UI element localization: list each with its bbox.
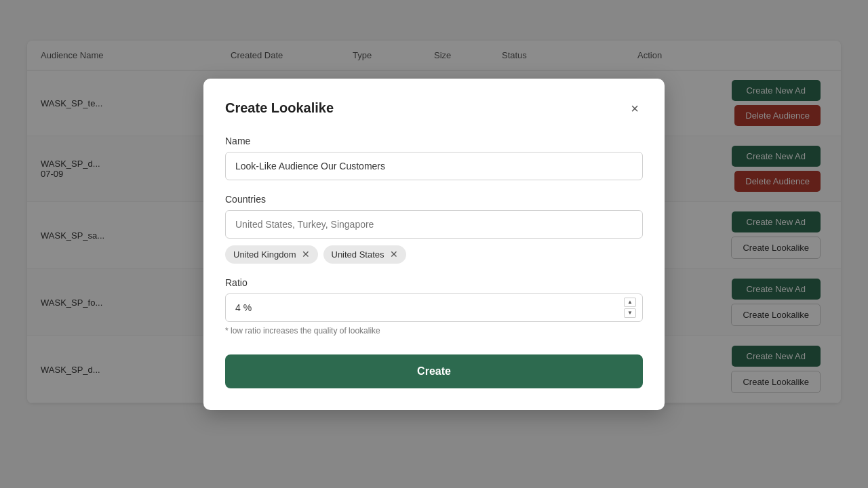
- name-input[interactable]: [225, 152, 643, 180]
- countries-field-group: Countries United Kingdom ✕ United States…: [225, 194, 643, 264]
- create-lookalike-modal: Create Lookalike × Name Countries United…: [203, 79, 665, 410]
- ratio-label: Ratio: [225, 277, 643, 288]
- country-tag-uk: United Kingdom ✕: [225, 245, 318, 264]
- country-tags: United Kingdom ✕ United States ✕: [225, 245, 643, 264]
- remove-tag-us-button[interactable]: ✕: [390, 249, 398, 259]
- ratio-decrement-button[interactable]: ▼: [624, 308, 636, 318]
- tag-label-uk: United Kingdom: [233, 249, 296, 260]
- country-tag-us: United States ✕: [323, 245, 406, 264]
- modal-overlay[interactable]: Create Lookalike × Name Countries United…: [0, 0, 868, 488]
- modal-close-button[interactable]: ×: [627, 100, 643, 117]
- ratio-spinner: ▲ ▼: [624, 298, 636, 318]
- tag-label-us: United States: [332, 249, 384, 260]
- countries-input[interactable]: [225, 210, 643, 239]
- ratio-field-group: Ratio ▲ ▼ * low ratio increases the qual…: [225, 277, 643, 336]
- modal-title: Create Lookalike: [225, 100, 334, 116]
- modal-create-button[interactable]: Create: [225, 354, 643, 388]
- modal-header: Create Lookalike ×: [225, 100, 643, 117]
- name-field-group: Name: [225, 136, 643, 180]
- remove-tag-uk-button[interactable]: ✕: [302, 249, 310, 259]
- countries-label: Countries: [225, 194, 643, 205]
- ratio-input-wrap: ▲ ▼: [225, 293, 643, 322]
- name-label: Name: [225, 136, 643, 146]
- ratio-note: * low ratio increases the quality of loo…: [225, 326, 643, 336]
- ratio-input[interactable]: [225, 293, 643, 322]
- ratio-increment-button[interactable]: ▲: [624, 298, 636, 307]
